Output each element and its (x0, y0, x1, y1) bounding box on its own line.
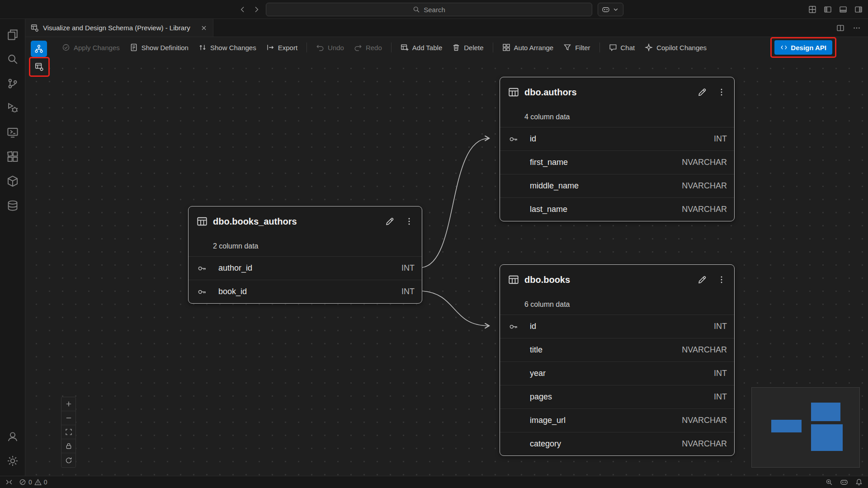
copilot-changes-button[interactable]: Copilot Changes (640, 41, 712, 54)
diagram-canvas[interactable] (25, 57, 868, 476)
error-icon (19, 479, 26, 486)
table-card-authors[interactable]: dbo.authors 4 column data id INT first_n… (500, 77, 735, 221)
lock-button[interactable] (61, 439, 75, 453)
filter-button[interactable]: Filter (558, 41, 595, 54)
settings-button[interactable] (2, 449, 24, 473)
sidebar-item-explorer[interactable] (2, 23, 24, 47)
add-table-button[interactable]: Add Table (396, 41, 447, 54)
annotation-box-design-api: Design API (770, 37, 836, 58)
table-row[interactable]: id INT (500, 127, 734, 150)
table-row[interactable]: title NVARCHAR (500, 338, 734, 361)
table-row[interactable]: book_id INT (189, 280, 422, 303)
minus-icon (65, 414, 72, 422)
minimap-table-books (811, 424, 843, 451)
back-button[interactable] (239, 5, 247, 14)
tab-schema-designer[interactable]: Visualize and Design Schema (Preview) - … (25, 19, 213, 37)
column-name: id (530, 134, 536, 144)
table-card-books[interactable]: dbo.books 6 column data id INT title NVA… (500, 264, 735, 456)
show-definition-button[interactable]: Show Definition (125, 41, 193, 54)
fit-view-button[interactable] (61, 425, 75, 439)
search-input[interactable]: Search (266, 3, 592, 16)
toggle-secondary-sidebar-icon[interactable] (854, 5, 863, 14)
zoom-out-button[interactable] (61, 411, 75, 425)
table-icon (508, 87, 519, 98)
export-icon (266, 43, 274, 52)
delete-button[interactable]: Delete (447, 41, 488, 54)
sidebar-item-remote-explorer[interactable] (2, 120, 24, 145)
edit-pencil-icon[interactable] (385, 216, 395, 226)
sidebar-item-search[interactable] (2, 47, 24, 71)
chat-label: Chat (621, 44, 635, 52)
table-row[interactable]: first_name NVARCHAR (500, 150, 734, 174)
minimap[interactable] (751, 387, 860, 468)
sidebar-item-run-debug[interactable] (2, 96, 24, 120)
edit-pencil-icon[interactable] (697, 87, 707, 97)
table-row[interactable]: id INT (500, 314, 734, 338)
design-api-button[interactable]: Design API (774, 40, 832, 55)
zoom-in-button[interactable] (61, 397, 75, 411)
warning-icon (34, 479, 42, 486)
column-type: NVARCHAR (682, 205, 727, 214)
redo-button[interactable]: Redo (349, 41, 387, 54)
table-name: dbo.books_authors (213, 216, 297, 227)
close-tab-icon[interactable] (200, 24, 208, 32)
copilot-status-icon[interactable] (840, 478, 848, 486)
column-name: first_name (530, 158, 568, 167)
copilot-menu-button[interactable] (598, 3, 623, 16)
export-button[interactable]: Export (261, 41, 302, 54)
undo-button[interactable]: Undo (311, 41, 349, 54)
toggle-primary-sidebar-icon[interactable] (824, 5, 832, 14)
sidebar-item-extensions[interactable] (2, 145, 24, 169)
column-name: book_id (218, 287, 247, 296)
problems-button[interactable]: 0 0 (19, 479, 47, 486)
schema-diagram-icon (34, 44, 43, 53)
sidebar-item-database[interactable] (2, 193, 24, 218)
table-row[interactable]: last_name NVARCHAR (500, 197, 734, 221)
kebab-menu-icon[interactable] (717, 88, 726, 97)
table-row[interactable]: author_id INT (189, 256, 422, 280)
table-row[interactable]: image_url NVARCHAR (500, 408, 734, 432)
kebab-menu-icon[interactable] (717, 275, 726, 284)
table-actions (697, 87, 726, 97)
table-icon (197, 216, 208, 227)
table-card-books-authors[interactable]: dbo.books_authors 2 column data author_i… (188, 206, 422, 304)
column-count-label: 4 column data (500, 107, 734, 127)
auto-arrange-button[interactable]: Auto Arrange (497, 41, 559, 54)
back-icon (239, 5, 247, 14)
toggle-panel-icon[interactable] (839, 5, 847, 14)
edit-pencil-icon[interactable] (697, 275, 707, 285)
auto-layout-button[interactable] (61, 453, 75, 467)
chat-button[interactable]: Chat (604, 41, 640, 54)
primary-key-icon (509, 322, 518, 331)
account-button[interactable] (2, 424, 24, 449)
table-properties-view-button[interactable] (32, 60, 47, 74)
kebab-menu-icon[interactable] (405, 217, 414, 226)
split-editor-icon[interactable] (836, 24, 844, 32)
more-actions-icon[interactable] (853, 24, 861, 32)
filter-label: Filter (575, 44, 590, 52)
table-row[interactable]: middle_name NVARCHAR (500, 174, 734, 197)
sidebar-item-source-control[interactable] (2, 71, 24, 96)
table-row[interactable]: pages INT (500, 385, 734, 408)
remote-window-button[interactable] (5, 479, 13, 486)
forward-button[interactable] (252, 5, 260, 14)
apply-changes-button[interactable]: Apply Changes (57, 41, 125, 54)
column-name: category (530, 439, 561, 449)
show-changes-button[interactable]: Show Changes (193, 41, 261, 54)
column-type: INT (401, 287, 415, 296)
export-label: Export (278, 44, 297, 52)
table-row[interactable]: category NVARCHAR (500, 432, 734, 455)
table-gear-icon (35, 62, 44, 71)
schema-designer-view-button[interactable] (31, 41, 47, 57)
designer-toolbar: Apply Changes Show Definition Show Chang… (25, 38, 868, 57)
column-type: NVARCHAR (682, 416, 727, 425)
column-count-label: 6 column data (500, 295, 734, 314)
notifications-bell-icon[interactable] (855, 479, 863, 486)
sidebar-item-database-projects[interactable] (2, 169, 24, 193)
table-row[interactable]: year INT (500, 361, 734, 385)
column-type: NVARCHAR (682, 181, 727, 191)
zoom-indicator-icon[interactable] (826, 479, 833, 486)
source-control-icon (7, 78, 19, 89)
activity-bar (0, 19, 25, 476)
customize-layout-icon[interactable] (808, 5, 816, 14)
